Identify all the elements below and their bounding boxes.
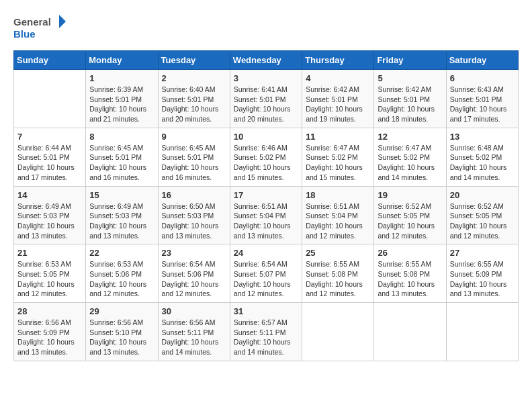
calendar-cell <box>446 303 518 361</box>
day-info: Sunrise: 6:42 AM Sunset: 5:01 PM Dayligh… <box>378 85 442 124</box>
day-number: 20 <box>450 190 515 200</box>
day-number: 15 <box>89 190 154 200</box>
calendar-cell: 30Sunrise: 6:56 AM Sunset: 5:11 PM Dayli… <box>158 303 230 361</box>
calendar-cell <box>374 303 446 361</box>
day-info: Sunrise: 6:56 AM Sunset: 5:11 PM Dayligh… <box>162 318 226 357</box>
day-info: Sunrise: 6:47 AM Sunset: 5:02 PM Dayligh… <box>306 143 370 183</box>
day-number: 24 <box>234 248 298 258</box>
day-info: Sunrise: 6:56 AM Sunset: 5:09 PM Dayligh… <box>17 318 82 357</box>
day-info: Sunrise: 6:55 AM Sunset: 5:09 PM Dayligh… <box>450 259 515 299</box>
calendar-cell: 26Sunrise: 6:55 AM Sunset: 5:08 PM Dayli… <box>374 244 446 303</box>
day-info: Sunrise: 6:54 AM Sunset: 5:06 PM Dayligh… <box>162 259 226 299</box>
day-info: Sunrise: 6:57 AM Sunset: 5:11 PM Dayligh… <box>234 318 298 357</box>
day-info: Sunrise: 6:51 AM Sunset: 5:04 PM Dayligh… <box>306 201 370 241</box>
day-info: Sunrise: 6:49 AM Sunset: 5:03 PM Dayligh… <box>89 201 154 241</box>
svg-text:Blue: Blue <box>13 28 36 40</box>
column-header-sunday: Sunday <box>14 51 86 70</box>
day-info: Sunrise: 6:51 AM Sunset: 5:04 PM Dayligh… <box>234 201 298 241</box>
day-number: 2 <box>162 73 226 83</box>
calendar-cell: 6Sunrise: 6:43 AM Sunset: 5:01 PM Daylig… <box>446 70 518 128</box>
day-info: Sunrise: 6:56 AM Sunset: 5:10 PM Dayligh… <box>89 318 154 357</box>
day-number: 22 <box>89 248 154 258</box>
calendar-cell: 9Sunrise: 6:45 AM Sunset: 5:01 PM Daylig… <box>158 128 230 186</box>
header-row: SundayMondayTuesdayWednesdayThursdayFrid… <box>14 51 519 70</box>
day-number: 19 <box>378 190 442 200</box>
day-number: 5 <box>378 73 442 83</box>
day-info: Sunrise: 6:45 AM Sunset: 5:01 PM Dayligh… <box>162 143 226 183</box>
calendar-cell: 5Sunrise: 6:42 AM Sunset: 5:01 PM Daylig… <box>374 70 446 128</box>
calendar-cell: 17Sunrise: 6:51 AM Sunset: 5:04 PM Dayli… <box>230 186 302 244</box>
calendar-cell: 21Sunrise: 6:53 AM Sunset: 5:05 PM Dayli… <box>14 244 86 303</box>
day-info: Sunrise: 6:55 AM Sunset: 5:08 PM Dayligh… <box>378 259 442 299</box>
calendar-cell: 19Sunrise: 6:52 AM Sunset: 5:05 PM Dayli… <box>374 186 446 244</box>
logo: General Blue <box>13 13 67 44</box>
day-number: 21 <box>17 248 82 258</box>
day-number: 28 <box>17 306 82 316</box>
calendar-cell: 12Sunrise: 6:47 AM Sunset: 5:02 PM Dayli… <box>374 128 446 186</box>
calendar-cell <box>302 303 374 361</box>
calendar-cell: 23Sunrise: 6:54 AM Sunset: 5:06 PM Dayli… <box>158 244 230 303</box>
day-number: 7 <box>17 132 82 142</box>
day-info: Sunrise: 6:42 AM Sunset: 5:01 PM Dayligh… <box>306 85 370 124</box>
day-info: Sunrise: 6:52 AM Sunset: 5:05 PM Dayligh… <box>378 201 442 241</box>
day-number: 14 <box>17 190 82 200</box>
calendar-cell: 31Sunrise: 6:57 AM Sunset: 5:11 PM Dayli… <box>230 303 302 361</box>
day-info: Sunrise: 6:52 AM Sunset: 5:05 PM Dayligh… <box>450 201 515 241</box>
calendar-cell: 29Sunrise: 6:56 AM Sunset: 5:10 PM Dayli… <box>86 303 158 361</box>
calendar-week-3: 14Sunrise: 6:49 AM Sunset: 5:03 PM Dayli… <box>14 186 519 244</box>
calendar-week-2: 7Sunrise: 6:44 AM Sunset: 5:01 PM Daylig… <box>14 128 519 186</box>
calendar-week-5: 28Sunrise: 6:56 AM Sunset: 5:09 PM Dayli… <box>14 303 519 361</box>
calendar-cell: 11Sunrise: 6:47 AM Sunset: 5:02 PM Dayli… <box>302 128 374 186</box>
day-info: Sunrise: 6:55 AM Sunset: 5:08 PM Dayligh… <box>306 259 370 299</box>
day-number: 31 <box>234 306 298 316</box>
day-number: 27 <box>450 248 515 258</box>
calendar-cell: 22Sunrise: 6:53 AM Sunset: 5:06 PM Dayli… <box>86 244 158 303</box>
day-number: 25 <box>306 248 370 258</box>
day-info: Sunrise: 6:40 AM Sunset: 5:01 PM Dayligh… <box>162 85 226 124</box>
day-info: Sunrise: 6:47 AM Sunset: 5:02 PM Dayligh… <box>378 143 442 183</box>
calendar-cell <box>14 70 86 128</box>
day-info: Sunrise: 6:41 AM Sunset: 5:01 PM Dayligh… <box>234 85 298 124</box>
day-info: Sunrise: 6:50 AM Sunset: 5:03 PM Dayligh… <box>162 201 226 241</box>
day-number: 12 <box>378 132 442 142</box>
logo-svg: General Blue <box>13 13 67 44</box>
day-info: Sunrise: 6:49 AM Sunset: 5:03 PM Dayligh… <box>17 201 82 241</box>
calendar-cell: 10Sunrise: 6:46 AM Sunset: 5:02 PM Dayli… <box>230 128 302 186</box>
calendar-cell: 18Sunrise: 6:51 AM Sunset: 5:04 PM Dayli… <box>302 186 374 244</box>
calendar-cell: 28Sunrise: 6:56 AM Sunset: 5:09 PM Dayli… <box>14 303 86 361</box>
calendar-cell: 16Sunrise: 6:50 AM Sunset: 5:03 PM Dayli… <box>158 186 230 244</box>
day-number: 8 <box>89 132 154 142</box>
day-number: 11 <box>306 132 370 142</box>
day-info: Sunrise: 6:53 AM Sunset: 5:06 PM Dayligh… <box>89 259 154 299</box>
column-header-friday: Friday <box>374 51 446 70</box>
day-info: Sunrise: 6:46 AM Sunset: 5:02 PM Dayligh… <box>234 143 298 183</box>
calendar-cell: 24Sunrise: 6:54 AM Sunset: 5:07 PM Dayli… <box>230 244 302 303</box>
calendar-cell: 20Sunrise: 6:52 AM Sunset: 5:05 PM Dayli… <box>446 186 518 244</box>
column-header-thursday: Thursday <box>302 51 374 70</box>
day-info: Sunrise: 6:54 AM Sunset: 5:07 PM Dayligh… <box>234 259 298 299</box>
day-number: 9 <box>162 132 226 142</box>
day-number: 26 <box>378 248 442 258</box>
day-number: 29 <box>89 306 154 316</box>
calendar-cell: 14Sunrise: 6:49 AM Sunset: 5:03 PM Dayli… <box>14 186 86 244</box>
calendar-cell: 1Sunrise: 6:39 AM Sunset: 5:01 PM Daylig… <box>86 70 158 128</box>
day-info: Sunrise: 6:43 AM Sunset: 5:01 PM Dayligh… <box>450 85 515 124</box>
day-number: 10 <box>234 132 298 142</box>
column-header-tuesday: Tuesday <box>158 51 230 70</box>
day-number: 4 <box>306 73 370 83</box>
day-number: 30 <box>162 306 226 316</box>
day-info: Sunrise: 6:45 AM Sunset: 5:01 PM Dayligh… <box>89 143 154 183</box>
calendar-cell: 7Sunrise: 6:44 AM Sunset: 5:01 PM Daylig… <box>14 128 86 186</box>
calendar-cell: 27Sunrise: 6:55 AM Sunset: 5:09 PM Dayli… <box>446 244 518 303</box>
calendar-cell: 13Sunrise: 6:48 AM Sunset: 5:02 PM Dayli… <box>446 128 518 186</box>
calendar-cell: 8Sunrise: 6:45 AM Sunset: 5:01 PM Daylig… <box>86 128 158 186</box>
day-info: Sunrise: 6:53 AM Sunset: 5:05 PM Dayligh… <box>17 259 82 299</box>
column-header-wednesday: Wednesday <box>230 51 302 70</box>
calendar-cell: 15Sunrise: 6:49 AM Sunset: 5:03 PM Dayli… <box>86 186 158 244</box>
calendar-cell: 2Sunrise: 6:40 AM Sunset: 5:01 PM Daylig… <box>158 70 230 128</box>
calendar-cell: 4Sunrise: 6:42 AM Sunset: 5:01 PM Daylig… <box>302 70 374 128</box>
day-info: Sunrise: 6:39 AM Sunset: 5:01 PM Dayligh… <box>89 85 154 124</box>
calendar-week-1: 1Sunrise: 6:39 AM Sunset: 5:01 PM Daylig… <box>14 70 519 128</box>
calendar-cell: 25Sunrise: 6:55 AM Sunset: 5:08 PM Dayli… <box>302 244 374 303</box>
calendar-table: SundayMondayTuesdayWednesdayThursdayFrid… <box>13 50 519 361</box>
